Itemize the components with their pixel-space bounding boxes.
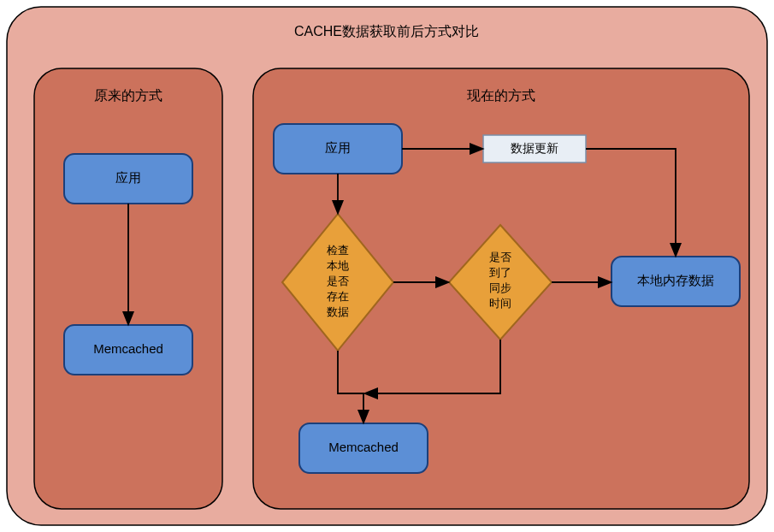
diagram-canvas: CACHE数据获取前后方式对比 原来的方式 应用 Memcached 现在的方式… xyxy=(0,0,774,532)
right-app-label: 应用 xyxy=(325,140,351,155)
right-panel-title: 现在的方式 xyxy=(467,88,535,103)
check-local-line4: 存在 xyxy=(327,290,349,303)
check-local-line3: 是否 xyxy=(327,275,349,287)
check-sync-line3: 同步 xyxy=(489,281,511,294)
left-panel-title: 原来的方式 xyxy=(94,88,162,103)
check-local-line2: 本地 xyxy=(327,259,349,272)
check-sync-line4: 时间 xyxy=(489,297,511,310)
check-local-line5: 数据 xyxy=(327,305,349,318)
right-memcached-label: Memcached xyxy=(328,440,399,454)
check-sync-line2: 到了 xyxy=(489,266,511,279)
local-mem-label: 本地内存数据 xyxy=(637,273,714,287)
left-memcached-label: Memcached xyxy=(93,341,163,356)
main-title: CACHE数据获取前后方式对比 xyxy=(294,24,479,38)
left-app-label: 应用 xyxy=(115,170,141,185)
check-sync-line1: 是否 xyxy=(489,251,511,263)
check-local-line1: 检查 xyxy=(327,244,349,257)
data-update-label: 数据更新 xyxy=(511,141,558,155)
